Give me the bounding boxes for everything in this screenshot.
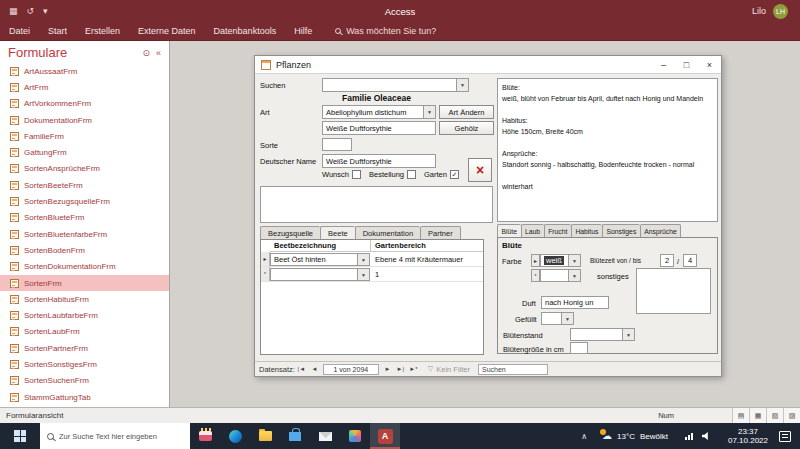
ribbon-tab[interactable]: Erstellen bbox=[76, 23, 129, 39]
farbe-combobox-empty[interactable] bbox=[540, 269, 581, 282]
nav-pane-form-item[interactable]: ArtAussaatFrm bbox=[0, 63, 169, 79]
nav-pane-form-item[interactable]: SortenPartnerFrm bbox=[0, 340, 169, 356]
nav-collapse-icon[interactable]: « bbox=[156, 48, 161, 58]
record-selector[interactable]: ► bbox=[531, 254, 540, 267]
taskbar-app-mail[interactable] bbox=[310, 423, 340, 449]
subform-tab[interactable]: Dokumentation bbox=[355, 226, 420, 239]
ribbon-tab[interactable]: Hilfe bbox=[285, 23, 321, 39]
garten-checkbox[interactable]: ✓ bbox=[450, 170, 459, 179]
bluetezeit-von-field[interactable]: 2 bbox=[660, 254, 674, 267]
nav-menu-icon[interactable]: ⊙ bbox=[142, 48, 150, 58]
subform-tab[interactable]: Sonstiges bbox=[602, 224, 640, 237]
tell-me-search[interactable]: Was möchten Sie tun? bbox=[335, 26, 436, 36]
view-switch-button[interactable]: ▦ bbox=[749, 408, 766, 423]
taskbar-app-explorer[interactable] bbox=[250, 423, 280, 449]
qat-dropdown-icon[interactable]: ▾ bbox=[43, 6, 48, 16]
suchen-combobox[interactable] bbox=[322, 78, 469, 92]
bluetengroesse-field[interactable] bbox=[570, 342, 588, 354]
start-button[interactable] bbox=[0, 423, 40, 449]
volume-icon[interactable] bbox=[702, 432, 711, 440]
duft-field[interactable]: nach Honig un bbox=[541, 296, 609, 309]
nav-pane-form-item[interactable]: SortenDokumentationFrm bbox=[0, 259, 169, 275]
close-button[interactable]: × bbox=[698, 56, 721, 73]
filter-indicator[interactable]: ▽ Kein Filter bbox=[428, 365, 470, 374]
info-panel[interactable]: Blüte:weiß, blüht von Februar bis April,… bbox=[497, 78, 718, 222]
previous-record-button[interactable]: ◄ bbox=[308, 364, 321, 375]
next-record-button[interactable]: ► bbox=[381, 364, 394, 375]
column-header-gartenbereich[interactable]: Gartenbereich bbox=[370, 240, 483, 251]
taskbar-app-store[interactable] bbox=[280, 423, 310, 449]
view-switch-button[interactable]: ▨ bbox=[783, 408, 800, 423]
deutscher-name-field[interactable]: Weiße Duftforsythie bbox=[322, 154, 436, 168]
nav-pane-form-item[interactable]: DokumentationFrm bbox=[0, 112, 169, 128]
subform-tab[interactable]: Bezugsquelle bbox=[260, 226, 320, 239]
taskbar-clock[interactable]: 23:37 07.10.2022 bbox=[720, 427, 776, 446]
gefuellt-combobox[interactable] bbox=[541, 312, 574, 325]
nav-pane-form-item[interactable]: SortenBezugsquelleFrm bbox=[0, 193, 169, 209]
nav-pane-form-item[interactable]: SortenAnsprücheFrm bbox=[0, 161, 169, 177]
nav-pane-form-item[interactable]: FamilieFrm bbox=[0, 128, 169, 144]
new-record-button[interactable]: ►* bbox=[407, 364, 420, 375]
account-area[interactable]: Lilo LH bbox=[752, 4, 788, 19]
nav-pane-form-item[interactable]: SortenLaubFrm bbox=[0, 324, 169, 340]
nav-pane-form-item[interactable]: ArtFrm bbox=[0, 79, 169, 95]
column-header-beetbezeichnung[interactable]: Beetbezeichnung bbox=[270, 241, 370, 250]
taskbar-app-cake[interactable] bbox=[190, 423, 220, 449]
maximize-button[interactable]: □ bbox=[675, 56, 698, 73]
nav-pane-form-item[interactable]: SortenBlueteFrm bbox=[0, 210, 169, 226]
subform-tab[interactable]: Beete bbox=[320, 226, 355, 239]
nav-pane-form-item[interactable]: SortenBluetenfarbeFrm bbox=[0, 226, 169, 242]
hidden-icons-caret[interactable]: ∧ bbox=[574, 432, 594, 441]
app-grid-icon[interactable]: ▦ bbox=[9, 6, 18, 16]
record-search-input[interactable]: Suchen bbox=[478, 364, 548, 375]
subform-tab[interactable]: Blüte bbox=[497, 224, 521, 237]
nav-pane-form-item[interactable]: SortenSonstigesFrm bbox=[0, 356, 169, 372]
gehoelz-button[interactable]: Gehölz bbox=[439, 121, 494, 135]
view-switch-button[interactable]: ▧ bbox=[766, 408, 783, 423]
ribbon-tab[interactable]: Datenbanktools bbox=[205, 23, 286, 39]
subform-tab[interactable]: Partner bbox=[420, 226, 461, 239]
notes-field[interactable] bbox=[260, 186, 493, 223]
subform-tab[interactable]: Laub bbox=[521, 224, 544, 237]
wunsch-checkbox[interactable] bbox=[352, 170, 361, 179]
record-position[interactable]: 1 von 2094 bbox=[323, 364, 379, 375]
sorte-field[interactable] bbox=[322, 138, 352, 151]
ribbon-tab[interactable]: Start bbox=[39, 23, 76, 39]
subform-tab[interactable]: Habitus bbox=[571, 224, 602, 237]
nav-pane-form-item[interactable]: SortenFrm bbox=[0, 275, 169, 291]
weather-widget[interactable]: ☁ 13°C Bewölkt bbox=[594, 431, 676, 441]
view-switch-button[interactable]: ▤ bbox=[732, 408, 749, 423]
taskbar-app-edge[interactable] bbox=[220, 423, 250, 449]
delete-record-button[interactable]: × bbox=[468, 158, 492, 182]
nav-pane-form-item[interactable]: GattungFrm bbox=[0, 144, 169, 160]
undo-icon[interactable]: ↺ bbox=[27, 6, 35, 16]
beet-combobox[interactable]: Beet Öst hinten bbox=[270, 253, 370, 266]
subform-tab[interactable]: Ansprüche bbox=[640, 224, 682, 237]
art-aendern-button[interactable]: Art Ändern bbox=[439, 105, 494, 119]
nav-pane-form-item[interactable]: StammGattungTab bbox=[0, 389, 169, 405]
nav-pane-form-item[interactable]: SortenBeeteFrm bbox=[0, 177, 169, 193]
ribbon-tab[interactable]: Datei bbox=[0, 23, 39, 39]
beet-combobox-empty[interactable] bbox=[270, 268, 370, 281]
new-record-selector[interactable]: * bbox=[531, 269, 540, 282]
nav-pane-form-item[interactable]: ArtVorkommenFrm bbox=[0, 96, 169, 112]
gartenbereich-cell[interactable]: Ebene 4 mit Kräutermauer bbox=[370, 252, 483, 266]
gartenbereich-cell[interactable]: 1 bbox=[370, 267, 483, 281]
avatar[interactable]: LH bbox=[773, 4, 788, 19]
sonstiges-field[interactable] bbox=[636, 268, 711, 314]
nav-pane-form-item[interactable]: SortenLaubfarbeFrm bbox=[0, 307, 169, 323]
taskbar-app-access[interactable]: A bbox=[370, 423, 400, 449]
network-icon[interactable] bbox=[685, 433, 693, 440]
bluetenstand-combobox[interactable] bbox=[570, 328, 635, 341]
action-center-icon[interactable] bbox=[779, 431, 791, 442]
first-record-button[interactable]: |◄ bbox=[295, 364, 308, 375]
new-record-selector[interactable]: * bbox=[261, 267, 270, 281]
art-name-field[interactable]: Weiße Duftforsythie bbox=[322, 121, 436, 135]
farbe-combobox[interactable]: weiß bbox=[540, 254, 581, 267]
bluetezeit-bis-field[interactable]: 4 bbox=[683, 254, 697, 267]
form-window-titlebar[interactable]: Pflanzen – □ × bbox=[255, 56, 721, 74]
minimize-button[interactable]: – bbox=[652, 56, 675, 73]
subform-tab[interactable]: Frucht bbox=[544, 224, 571, 237]
nav-pane-form-item[interactable]: SortenBodenFrm bbox=[0, 242, 169, 258]
nav-pane-form-item[interactable]: SortenSuchenFrm bbox=[0, 373, 169, 389]
